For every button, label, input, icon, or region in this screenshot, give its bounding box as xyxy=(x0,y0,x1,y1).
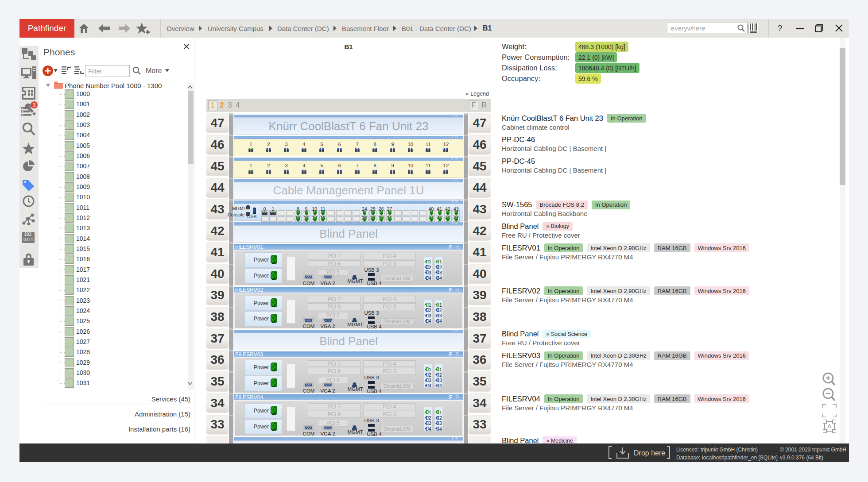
svg-text:A: A xyxy=(827,423,832,430)
